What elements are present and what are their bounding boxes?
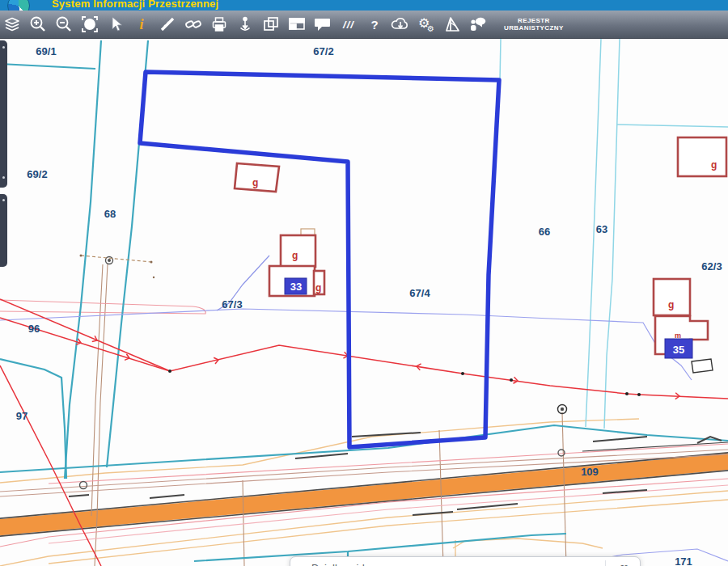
pin-down-arrow-icon (237, 15, 253, 33)
info-button[interactable]: i (130, 12, 153, 36)
infinity-icon[interactable]: ∞ (620, 560, 629, 566)
layout-panels-icon (287, 15, 307, 34)
layers-icon (3, 15, 21, 33)
map-viewport[interactable]: 33 35 m g g g g g 69/1 67/2 69/2 68 96 9… (0, 39, 728, 566)
building-label-g: g (252, 177, 258, 188)
building-label-g: g (315, 282, 321, 294)
link-chain-icon (184, 15, 203, 34)
settings-button[interactable]: ⚙ ⚙ (415, 12, 438, 36)
parcel-label-67-3: 67/3 (222, 298, 242, 310)
link-button[interactable] (182, 12, 205, 36)
parcel-label-96: 96 (28, 323, 40, 335)
cloud-download-icon (390, 15, 411, 33)
printer-icon (210, 15, 228, 33)
app-title: System Informacji Przestrzennej (52, 0, 218, 10)
building-label-g: g (711, 159, 717, 171)
handle-dot-icon (2, 46, 5, 49)
layers-3d-button[interactable] (441, 12, 463, 36)
download-point-button[interactable] (234, 12, 256, 36)
parcel-label-67-2: 67/2 (313, 45, 333, 57)
urban-register-label-line2: URBANISTYCZNY (504, 24, 564, 32)
toolbar: i (0, 11, 728, 39)
app-logo-icon[interactable] (7, 0, 30, 11)
zoom-in-icon (28, 15, 48, 34)
address-number-33: 33 (290, 281, 302, 293)
address-number-35: 35 (673, 344, 684, 356)
parcel-label-66: 66 (539, 226, 550, 238)
building-label-g: g (292, 250, 298, 261)
select-area-icon (80, 15, 99, 34)
pointer-arrow-icon (107, 15, 125, 33)
pointer-button[interactable] (104, 12, 127, 36)
handle-dot-icon (2, 176, 5, 179)
building-outline (281, 235, 315, 267)
info-icon: i (139, 17, 143, 32)
hatch-button[interactable]: /// (337, 12, 360, 36)
popup-divider (605, 560, 606, 566)
print-button[interactable] (208, 12, 231, 36)
parcel-label-97: 97 (16, 410, 28, 422)
left-panel-handle-bottom[interactable] (0, 194, 7, 267)
app-window: System Informacji Przestrzennej (0, 0, 728, 566)
parcel-label-68: 68 (104, 208, 116, 220)
parcel-label-69-2: 69/2 (27, 168, 47, 180)
help-button[interactable]: ? (363, 12, 386, 36)
urban-register-label-line1: REJESTR (504, 17, 564, 24)
layout-button[interactable] (286, 12, 308, 36)
building-label-m: m (675, 332, 681, 340)
building-label-g: g (668, 299, 674, 310)
cloud-download-button[interactable] (389, 12, 412, 36)
map-canvas[interactable]: 33 35 m g g g g g 69/1 67/2 69/2 68 96 9… (0, 39, 728, 566)
building-outline (678, 137, 726, 176)
parcel-label-171: 171 (675, 555, 692, 566)
parcel-label-69-1: 69/1 (36, 45, 56, 57)
prism-icon (442, 15, 462, 33)
feedback-button[interactable] (467, 12, 489, 36)
handle-dot-icon (2, 199, 5, 201)
speech-bubble-icon (313, 15, 332, 33)
parcel-label-63: 63 (596, 223, 607, 235)
overlapping-frames-icon (261, 15, 281, 34)
select-area-button[interactable] (78, 12, 101, 36)
layers-button[interactable] (1, 12, 23, 36)
copy-view-button[interactable] (260, 12, 282, 36)
comment-button[interactable] (311, 12, 334, 36)
measure-ruler-icon (159, 15, 176, 33)
parcel-label-67-4: 67/4 (409, 287, 430, 299)
svg-text:⚙: ⚙ (427, 24, 434, 33)
road-label-109: 109 (581, 466, 599, 478)
hatch-lines-icon: /// (343, 19, 354, 30)
left-panel-handle-top[interactable] (0, 40, 7, 188)
person-speech-icon (468, 15, 489, 33)
zoom-in-button[interactable] (27, 12, 49, 36)
measure-button[interactable] (156, 12, 179, 36)
zoom-out-icon (54, 15, 74, 34)
parcel-label-62-3: 62/3 (701, 260, 722, 272)
title-bar: System Informacji Przestrzennej (0, 0, 728, 11)
urban-register-button[interactable]: REJESTR URBANISTYCZNY (499, 15, 569, 33)
zoom-out-button[interactable] (53, 12, 75, 36)
shed-outline (692, 359, 713, 373)
question-mark-icon: ? (370, 19, 378, 31)
gears-icon: ⚙ ⚙ (416, 15, 437, 34)
parcel-info-text: Działka widoczna... (311, 562, 401, 566)
parcel-info-popup[interactable]: Działka widoczna... ∞ (290, 556, 641, 566)
